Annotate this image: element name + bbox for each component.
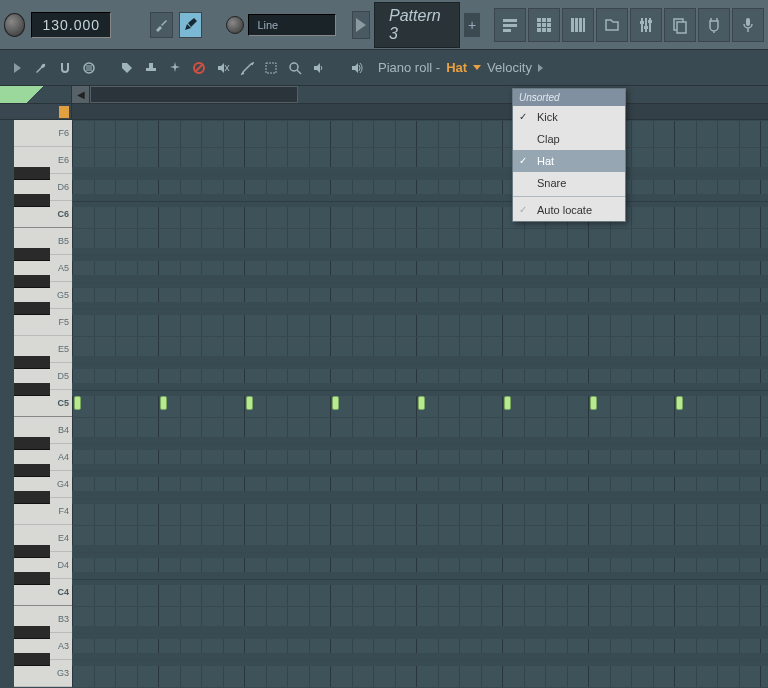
svg-rect-6 [537,23,541,27]
mute-icon[interactable] [214,59,232,77]
menu-icon[interactable] [80,59,98,77]
magnet-icon[interactable] [56,59,74,77]
black-key[interactable] [14,356,50,369]
copy-icon[interactable] [664,8,696,42]
note[interactable] [160,396,167,410]
piano-roll-toolbar: Piano roll - Hat Velocity [0,50,768,86]
piano-roll-main: F6E6D6C6B5A5G5F5E5D5C5B4A4G4F4E4D4C4B3A3… [0,120,768,688]
scroll-thumb[interactable] [90,86,298,103]
step-seq-icon[interactable] [528,8,560,42]
note[interactable] [332,396,339,410]
pattern-selector[interactable]: Pattern 3 [374,2,460,48]
popup-item-clap[interactable]: Clap [513,128,625,150]
popup-header: Unsorted [513,89,625,106]
piano-keys[interactable]: F6E6D6C6B5A5G5F5E5D5C5B4A4G4F4E4D4C4B3A3… [14,120,72,688]
disable-icon[interactable] [190,59,208,77]
playlist-icon[interactable] [494,8,526,42]
popup-item-snare[interactable]: Snare [513,172,625,194]
snap-mode-select[interactable]: Line [248,14,336,36]
svg-rect-12 [571,18,574,32]
pattern-add-button[interactable]: + [464,13,480,37]
sparkle-icon[interactable] [166,59,184,77]
window-mode-buttons [494,8,764,42]
scroll-left-button[interactable]: ◀ [72,86,90,103]
note[interactable] [418,396,425,410]
svg-rect-2 [503,29,511,32]
plugin-icon[interactable] [698,8,730,42]
zoom-icon[interactable] [286,59,304,77]
svg-rect-3 [537,18,541,22]
timeline-scroll: ◀ [0,86,768,104]
breadcrumb-prefix: Piano roll - [378,60,440,75]
channel-popup: Unsorted ✓KickClap✓HatSnare ✓ Auto locat… [512,88,626,222]
svg-rect-24 [746,18,750,26]
stamp-icon[interactable] [142,59,160,77]
black-key[interactable] [14,653,50,666]
black-key[interactable] [14,383,50,396]
corner-gradient[interactable] [0,86,72,103]
slice-icon[interactable] [238,59,256,77]
svg-line-30 [195,64,203,72]
volume-icon[interactable] [310,59,328,77]
piano-roll-icon[interactable] [562,8,594,42]
mic-icon[interactable] [732,8,764,42]
svg-rect-5 [547,18,551,22]
black-key[interactable] [14,194,50,207]
pattern-play-icon[interactable] [352,11,370,39]
play-icon[interactable] [8,59,26,77]
svg-rect-13 [575,18,578,32]
tempo-display[interactable]: 130.000 [31,12,111,38]
black-key[interactable] [14,302,50,315]
timeline-ruler[interactable] [0,104,768,120]
black-key[interactable] [14,167,50,180]
svg-rect-11 [547,28,551,32]
mixer-icon[interactable] [630,8,662,42]
top-toolbar: 130.000 Line Pattern 3 + [0,0,768,50]
chevron-right-icon[interactable] [538,64,543,72]
black-key[interactable] [14,248,50,261]
black-key[interactable] [14,464,50,477]
black-key[interactable] [14,545,50,558]
black-key[interactable] [14,572,50,585]
svg-rect-19 [640,21,644,24]
svg-rect-15 [583,18,585,32]
key-F6[interactable]: F6 [14,120,72,147]
note[interactable] [676,396,683,410]
note[interactable] [74,396,81,410]
note[interactable] [504,396,511,410]
svg-rect-7 [542,23,546,27]
svg-rect-8 [547,23,551,27]
svg-rect-10 [542,28,546,32]
note[interactable] [246,396,253,410]
select-icon[interactable] [262,59,280,77]
wrench-icon[interactable] [32,59,50,77]
note[interactable] [590,396,597,410]
snap-knob-icon[interactable] [226,16,244,34]
black-key[interactable] [14,626,50,639]
speaker-icon[interactable] [348,59,366,77]
tag-icon[interactable] [118,59,136,77]
draw-tool-icon[interactable] [179,12,202,38]
knob-main[interactable] [4,13,25,37]
ruler-corner [0,104,72,119]
breadcrumb-channel[interactable]: Hat [446,60,467,75]
popup-item-kick[interactable]: ✓Kick [513,106,625,128]
black-key[interactable] [14,275,50,288]
svg-rect-0 [503,19,517,22]
popup-auto-locate[interactable]: ✓ Auto locate [513,199,625,221]
browser-icon[interactable] [596,8,628,42]
chevron-down-icon[interactable] [473,65,481,70]
brush-tool-icon[interactable] [150,12,173,38]
svg-rect-33 [266,63,276,73]
breadcrumb: Piano roll - Hat Velocity [378,60,543,75]
black-key[interactable] [14,437,50,450]
svg-rect-1 [503,24,517,27]
note-grid[interactable] [72,120,768,688]
popup-item-hat[interactable]: ✓Hat [513,150,625,172]
black-key[interactable] [14,491,50,504]
playhead-flag-icon[interactable] [59,106,69,118]
svg-rect-4 [542,18,546,22]
svg-rect-23 [677,22,686,33]
svg-rect-9 [537,28,541,32]
breadcrumb-property[interactable]: Velocity [487,60,532,75]
